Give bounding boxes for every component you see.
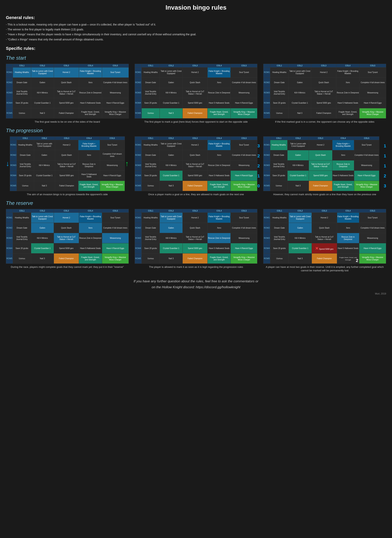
start-board1-caption: The first goal needs to be on one of the… — [6, 120, 129, 124]
row-num-1: 1 — [383, 141, 386, 151]
cell-r5c5: Vengefly King + Massive Moss Charger — [102, 108, 129, 118]
bingo-table-prog3: COL1 COL2 COL3 COL4 COL5 ROW1 Howling Wr… — [263, 136, 379, 191]
col4-head3: COL4 — [336, 64, 359, 67]
bingo-table-start3: COL1 COL2 COL3 COL4 COL5 ROW1 Howling Wr… — [263, 64, 386, 119]
page-title: Invasion bingo rules — [6, 4, 386, 11]
cell-r1c4: False Knight + Brooding Mawlek — [79, 67, 102, 77]
bingo-table-res1: COL1 COL2 COL3 COL4 COL5 ROW1 Howling Wr… — [6, 209, 129, 264]
s2-r5c3: Failed Champion — [182, 108, 208, 118]
prog-board3-caption: However, they cannot mark strictly more … — [263, 193, 386, 196]
s2-r1c3: Hornet 2 — [182, 67, 208, 77]
row2-head3: ROW2 — [263, 77, 270, 88]
s3-r3c4: Rescue Zote in Deepnest — [336, 88, 359, 98]
s3-r5c4: Fragile Heart, Greed, and Strength — [336, 108, 359, 118]
s3-r5c2: Nail 3 — [289, 108, 311, 118]
cell-r3c5: Weaversong — [102, 88, 129, 98]
s3-r2c3: Quick Slash — [311, 77, 336, 88]
s2-r2c2: Galien — [160, 77, 182, 88]
start-board-1: COL1 COL2 COL3 COL4 COL5 ROW1 Howling Wr… — [6, 64, 129, 124]
rule-3: - "Have x things" means that the player … — [6, 32, 386, 37]
col2-head: COL2 — [31, 64, 54, 67]
cell-r1c5: Soul Tyrant — [102, 67, 129, 77]
cell-r2c4: Xero — [79, 77, 102, 88]
s2-r2c3: Quick Slash — [182, 77, 208, 88]
s2-r1c1: Howling Wraiths — [141, 67, 160, 77]
s3-r3c3: Talk to Hornet at CoT Statue + Herrah — [311, 88, 336, 98]
col3-head: COL3 — [54, 64, 79, 67]
s3-r5c1: Uumuu — [270, 108, 289, 118]
s3-r2c1: Dream Gate — [270, 77, 289, 88]
s3-r2c4: Xero — [336, 77, 359, 88]
s3-r2c5: Complete 4 full dream trees — [359, 77, 386, 88]
s3-r5c5: Vengefly King + Massive Moss Charger — [359, 108, 386, 118]
s2-r2c1: Dream Gate — [141, 77, 160, 88]
s2-r4c2: Crystal Guardian 1 — [160, 98, 182, 108]
res-board1-caption: During the race, players might complete … — [6, 265, 129, 269]
prog-board-1: ↓ COL1 COL2 COL3 COL4 COL5 ROW1 Howl — [6, 136, 129, 196]
s3-r1c3: Hornet 2 — [311, 67, 336, 77]
col1-head: COL1 — [13, 64, 31, 67]
left-num-2a: 2 — [257, 151, 260, 161]
left-num-0: 0 — [257, 181, 260, 191]
cell-r1c1: Howling Wraiths — [13, 67, 31, 77]
credit-text: Muri, 2019 — [6, 292, 386, 295]
s2-r1c4: False Knight + Brooding Mawlek — [208, 67, 231, 77]
col3-head2: COL3 — [182, 64, 208, 67]
row-num-5: 3 — [383, 181, 386, 191]
s2-r1c2: Talk to Lemm with Crest Equipped — [160, 67, 182, 77]
cell-r4c2: Crystal Guardian 1 — [31, 98, 54, 108]
left-num-3: 3 — [257, 141, 260, 151]
s3-r4c5: Have 4 Rancid Eggs — [359, 98, 386, 108]
s3-r1c4: False Knight + Brooding Mawlek — [336, 67, 359, 77]
left-num-1: 1 — [257, 171, 260, 181]
s2-r3c4: Rescue Zote in Deepnest — [208, 88, 231, 98]
cell-r2c3: Quick Slash — [54, 77, 79, 88]
col5-head: COL5 — [102, 64, 129, 67]
corner-th — [6, 64, 13, 67]
cell-r4c3: Spend 5000 geo — [54, 98, 79, 108]
col5-head3: COL5 — [359, 64, 386, 67]
s2-r2c4: Xero — [208, 77, 231, 88]
bingo-table-res2: COL1 COL2 COL3 COL4 COL5 ROW1 Howling Wr… — [135, 209, 257, 264]
s3-r3c5: Weaversong — [359, 88, 386, 98]
res-board-2: COL1 COL2 COL3 COL4 COL5 ROW1 Howling Wr… — [135, 209, 257, 272]
cell-r5c2: Nail 3 — [31, 108, 54, 118]
col2-head3: COL2 — [289, 64, 311, 67]
s3-r1c1: Howling Wraiths — [270, 67, 289, 77]
bingo-table-start2: COL1 COL2 COL3 COL4 COL5 ROW1 Howling Wr… — [135, 64, 257, 119]
row3-head3: ROW3 — [263, 88, 270, 98]
rule-1: - This is a lockout mode, meaning only o… — [6, 22, 386, 27]
cell-r5c4: Fragile Heart, Greed, and Strength — [79, 108, 102, 118]
cell-r2c1: Dream Gate — [13, 77, 31, 88]
row5-head: ROW5 — [6, 108, 13, 118]
row-num-2: 1 — [383, 151, 386, 161]
row4-head3: ROW4 — [263, 98, 270, 108]
s2-r3c5: Weaversong — [231, 88, 257, 98]
prog-board-3: 1 1 1 2 3 3 2 2 1 0 — [263, 136, 386, 196]
row5-head3: ROW5 — [263, 108, 270, 118]
general-rules-heading: General rules: — [6, 15, 386, 20]
bingo-table-prog1: COL1 COL2 COL3 COL4 COL5 ROW1 Howling Wr… — [10, 136, 125, 191]
cell-r3c3: Talk to Hornet at CoT Statue + Herrah — [54, 88, 79, 98]
cell-r1c3: Hornet 2 — [54, 67, 79, 77]
progression-boards-row: ↓ COL1 COL2 COL3 COL4 COL5 ROW1 Howl — [6, 136, 386, 196]
section-reserve-title: The reserve — [6, 200, 386, 206]
bingo-table-res3: COL1 COL2 COL3 COL4 COL5 ROW1 Howling Wr… — [263, 209, 386, 264]
s2-r4c5: Have 4 Rancid Eggs — [231, 98, 257, 108]
bingo-table-start1: COL1 COL2 COL3 COL4 COL5 ROW1 Howling Wr… — [6, 64, 129, 119]
res-board-3: COL1 COL2 COL3 COL4 COL5 ROW1 Howling Wr… — [263, 209, 386, 272]
s3-r4c4: Have 5 Hallowest Seals — [336, 98, 359, 108]
section-start-title: The start — [6, 55, 386, 61]
cell-r3c4: Rescue Zote in Deepnest — [79, 88, 102, 98]
start-board3-caption: If the first marked goal is in a corner,… — [263, 120, 386, 124]
res-board3-caption: A player can have at most two goals in t… — [263, 265, 386, 272]
row-num-4: 2 — [383, 171, 386, 181]
footer-text: If you have any further question about t… — [6, 278, 386, 290]
s3-r4c3: Spend 5000 geo — [311, 98, 336, 108]
s3-r1c2: Talk to Lemm with Crest Equipped — [289, 67, 311, 77]
corner-th3 — [263, 64, 270, 67]
s3-r1c5: Soul Tyrant — [359, 67, 386, 77]
s2-r5c4: Fragile Heart, Greed, and Strength — [208, 108, 231, 118]
cell-r4c5: Have 4 Rancid Eggs — [102, 98, 129, 108]
col3-head3: COL3 — [311, 64, 336, 67]
